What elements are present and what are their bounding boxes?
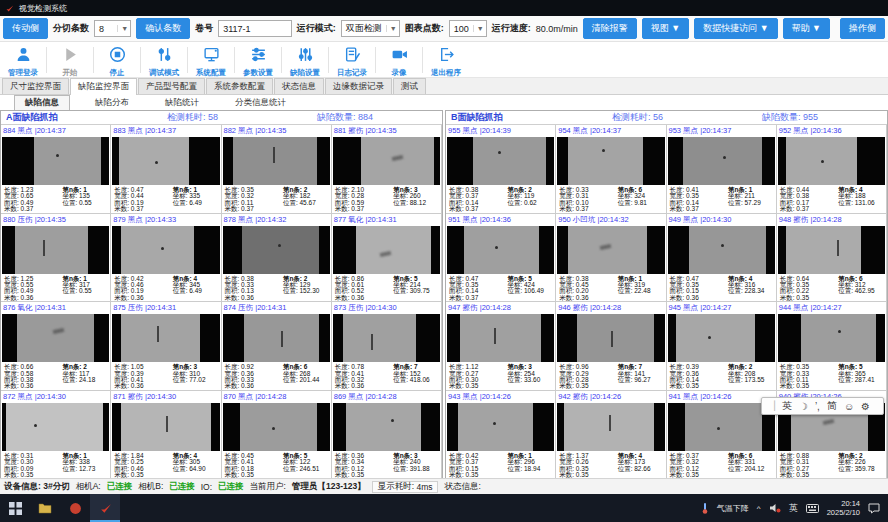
tray-expand-chevron[interactable]: ^ <box>757 504 761 513</box>
defect-card[interactable]: 881 擦伤 |20:14:35长度: 2.10宽度: 0.28面积: 0.59… <box>332 125 442 214</box>
tab-测试[interactable]: 测试 <box>393 78 426 94</box>
tab-系统参数配置[interactable]: 系统参数配置 <box>206 78 273 94</box>
defect-card[interactable]: 951 黑点 |20:14:36长度: 0.47宽度: 0.35面积: 0.14… <box>446 214 556 303</box>
defect-card[interactable]: 879 黑点 |20:14:33长度: 0.42宽度: 0.46面积: 0.19… <box>111 214 221 303</box>
defect-card[interactable]: 870 黑点 |20:14:28长度: 0.45宽度: 0.41面积: 0.18… <box>222 391 332 480</box>
defect-thumbnail <box>2 403 109 451</box>
taskbar-app-vision-system[interactable] <box>90 494 120 522</box>
defect-settings-button[interactable]: 缺陷设置 <box>282 43 328 77</box>
video-record-button[interactable]: 录像 <box>376 43 422 77</box>
info-line: 位置: 45.67 <box>283 200 329 206</box>
notification-center-icon[interactable] <box>868 503 880 514</box>
admin-login-label: 管理登录 <box>8 68 38 78</box>
detect-time: 检测耗时: 56 <box>612 111 762 124</box>
defect-card[interactable]: 947 擦伤 |20:14:28长度: 1.12宽度: 0.27面积: 0.30… <box>446 302 556 391</box>
defect-card[interactable]: 880 压伤 |20:14:35长度: 1.25宽度: 0.55面积: 0.49… <box>1 214 111 303</box>
taskbar-clock[interactable]: 20:14 2025/2/10 <box>827 499 860 517</box>
material-strip <box>6 403 103 451</box>
subtab-分类信息统计[interactable]: 分类信息统计 <box>224 95 297 111</box>
help-menu-button[interactable]: 帮助 ▼ <box>783 18 830 39</box>
info-line: 位置: 359.78 <box>838 466 884 472</box>
defect-card[interactable]: 953 黑点 |20:14:37长度: 0.41宽度: 0.35面积: 0.14… <box>667 125 777 214</box>
defect-card[interactable]: 949 黑点 |20:14:30长度: 0.47宽度: 0.35面积: 0.15… <box>667 214 777 303</box>
operate-side-button[interactable]: 操作侧 <box>840 18 885 39</box>
defect-card[interactable]: 872 黑点 |20:14:30长度: 0.31宽度: 0.30面积: 0.09… <box>1 391 111 480</box>
defect-card[interactable]: 954 黑点 |20:14:37长度: 0.33宽度: 0.31面积: 0.10… <box>556 125 666 214</box>
ime-punct-icon[interactable]: ’, <box>815 401 820 412</box>
drive-side-button[interactable]: 传动侧 <box>3 18 48 39</box>
vision-app-icon <box>99 502 112 515</box>
defect-card[interactable]: 877 氧化 |20:14:31长度: 0.86宽度: 0.61面积: 0.52… <box>332 214 442 303</box>
defect-card[interactable]: 873 压伤 |20:14:30长度: 0.78宽度: 0.41面积: 0.32… <box>332 302 442 391</box>
tab-产品型号配置[interactable]: 产品型号配置 <box>138 78 205 94</box>
defect-card[interactable]: 871 擦伤 |20:14:30长度: 1.84宽度: 0.25面积: 0.46… <box>111 391 221 480</box>
defect-card[interactable]: 884 黑点 |20:14:37长度: 1.23宽度: 0.65面积: 0.49… <box>1 125 111 214</box>
defect-card[interactable]: 874 压伤 |20:14:31长度: 0.92宽度: 0.36面积: 0.33… <box>222 302 332 391</box>
system-config-button[interactable]: 系统配置 <box>188 43 234 77</box>
ime-moon-icon[interactable]: ☽ <box>799 401 808 412</box>
speaker-muted-icon[interactable] <box>769 503 781 513</box>
ime-drag-handle[interactable]: ▕ <box>768 401 775 411</box>
defect-info-right: 第n条: 4坐标: 305位置: 64.90 <box>173 453 219 479</box>
log-record-button[interactable]: 日志记录 <box>329 43 375 77</box>
tab-缺陷监控界面[interactable]: 缺陷监控界面 <box>70 78 137 95</box>
defect-card[interactable]: 955 黑点 |20:14:39长度: 0.38宽度: 0.37面积: 0.14… <box>446 125 556 214</box>
defect-card[interactable]: 869 黑点 |20:14:28长度: 0.36宽度: 0.34面积: 0.12… <box>332 391 442 480</box>
taskbar-app-explorer[interactable] <box>30 494 60 522</box>
debug-mode-button[interactable]: 调试模式 <box>141 43 187 77</box>
confirm-count-button[interactable]: 确认条数 <box>136 18 190 39</box>
subtab-缺陷分布[interactable]: 缺陷分布 <box>84 95 140 111</box>
chart-points-select[interactable]: 100 ▼ <box>449 20 487 37</box>
tab-尺寸监控界面[interactable]: 尺寸监控界面 <box>2 78 69 94</box>
info-line: 米数: 0.37 <box>559 206 617 212</box>
defect-grid: 884 黑点 |20:14:37长度: 1.23宽度: 0.65面积: 0.49… <box>1 125 442 480</box>
weather-text[interactable]: 气温下降 <box>717 503 749 514</box>
defect-thumbnail <box>557 226 664 274</box>
view-menu-button[interactable]: 视图 ▼ <box>642 18 689 39</box>
exit-program-button[interactable]: 退出程序 <box>423 43 469 77</box>
slit-count-select[interactable]: 8 ▼ <box>94 20 131 37</box>
defect-count: 缺陷数量: 955 <box>762 111 882 124</box>
defect-card[interactable]: 945 黑点 |20:14:27长度: 0.39宽度: 0.36面积: 0.14… <box>667 302 777 391</box>
defect-card[interactable]: 878 黑点 |20:14:32长度: 0.38宽度: 0.33面积: 0.13… <box>222 214 332 303</box>
defect-mark <box>272 427 275 430</box>
defect-card[interactable]: 882 黑点 |20:14:35长度: 0.35宽度: 0.32面积: 0.11… <box>222 125 332 214</box>
defect-info: 长度: 0.47宽度: 0.35面积: 0.15米数: 0.36第n条: 4坐标… <box>667 274 776 302</box>
material-strip <box>460 314 542 362</box>
camera-b-label: 相机B: <box>138 481 163 493</box>
start-button[interactable] <box>0 494 30 522</box>
subtab-缺陷信息[interactable]: 缺陷信息 <box>14 95 70 111</box>
defect-thumbnail <box>447 137 554 185</box>
ime-lang-en[interactable]: 英 <box>782 399 792 413</box>
taskbar-app-red[interactable] <box>60 494 90 522</box>
run-mode-select[interactable]: 双面检测 ▼ <box>341 20 400 37</box>
roll-number-input[interactable]: 3117-1 <box>218 20 292 37</box>
ime-emoji-icon[interactable]: ☺ <box>844 401 854 412</box>
keyboard-icon[interactable] <box>806 504 819 513</box>
admin-login-button[interactable]: 管理登录 <box>0 43 46 77</box>
ime-language-indicator[interactable]: 英 <box>789 502 798 515</box>
start-button[interactable]: 开始 <box>47 43 93 77</box>
tab-状态信息[interactable]: 状态信息 <box>274 78 324 94</box>
defect-card[interactable]: 944 黑点 |20:14:27长度: 0.35宽度: 0.33面积: 0.11… <box>777 302 887 391</box>
ime-simplified[interactable]: 简 <box>827 399 837 413</box>
defect-card[interactable]: 950 小凹坑 |20:14:32长度: 0.38宽度: 0.45面积: 0.2… <box>556 214 666 303</box>
clear-alarm-button[interactable]: 清除报警 <box>583 18 637 39</box>
display-time: 显示耗时: 4ms <box>372 481 439 493</box>
defect-card[interactable]: 946 擦伤 |20:14:28长度: 0.96宽度: 0.29面积: 0.28… <box>556 302 666 391</box>
stop-button[interactable]: 停止 <box>94 43 140 77</box>
defect-card[interactable]: 876 氧化 |20:14:31长度: 0.66宽度: 0.58面积: 0.38… <box>1 302 111 391</box>
defect-thumbnail <box>668 226 775 274</box>
data-quick-access-button[interactable]: 数据快捷访问 ▼ <box>694 18 777 39</box>
ime-settings-icon[interactable]: ⚙ <box>861 401 870 412</box>
info-line: 位置: 9.81 <box>618 200 664 206</box>
tab-边缘数据记录[interactable]: 边缘数据记录 <box>325 78 392 94</box>
defect-card[interactable]: 875 压伤 |20:14:31长度: 1.05宽度: 0.39面积: 0.41… <box>111 302 221 391</box>
defect-card[interactable]: 948 擦伤 |20:14:28长度: 0.64宽度: 0.35面积: 0.22… <box>777 214 887 303</box>
defect-card[interactable]: 942 擦伤 |20:14:26长度: 1.37宽度: 0.26面积: 0.35… <box>556 391 666 480</box>
defect-card[interactable]: 952 黑点 |20:14:36长度: 0.44宽度: 0.38面积: 0.17… <box>777 125 887 214</box>
subtab-缺陷统计[interactable]: 缺陷统计 <box>154 95 210 111</box>
param-settings-button[interactable]: 参数设置 <box>235 43 281 77</box>
defect-card[interactable]: 943 黑点 |20:14:26长度: 0.42宽度: 0.37面积: 0.15… <box>446 391 556 480</box>
defect-card[interactable]: 883 黑点 |20:14:37长度: 0.47宽度: 0.44面积: 0.19… <box>111 125 221 214</box>
